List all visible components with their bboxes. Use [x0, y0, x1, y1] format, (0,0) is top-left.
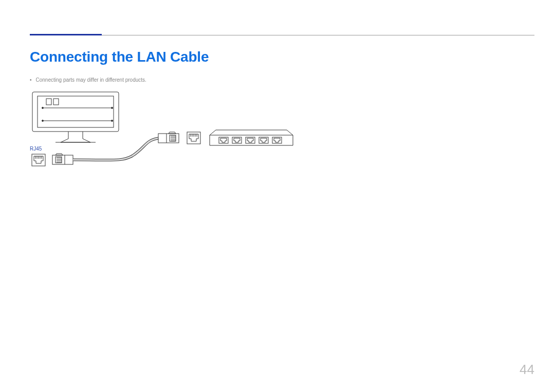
svg-rect-8: [46, 99, 51, 105]
header-rule: [30, 35, 534, 35]
svg-rect-9: [53, 99, 59, 105]
page-title: Connecting the LAN Cable: [30, 49, 209, 65]
lan-connection-diagram: [30, 90, 297, 182]
svg-point-5: [112, 107, 113, 109]
svg-point-4: [42, 107, 44, 109]
svg-rect-0: [32, 92, 119, 132]
svg-point-7: [112, 120, 113, 122]
page-number: 44: [520, 362, 534, 378]
svg-point-6: [42, 120, 44, 122]
svg-rect-1: [38, 96, 114, 127]
note-text: Connecting parts may differ in different…: [30, 77, 146, 83]
